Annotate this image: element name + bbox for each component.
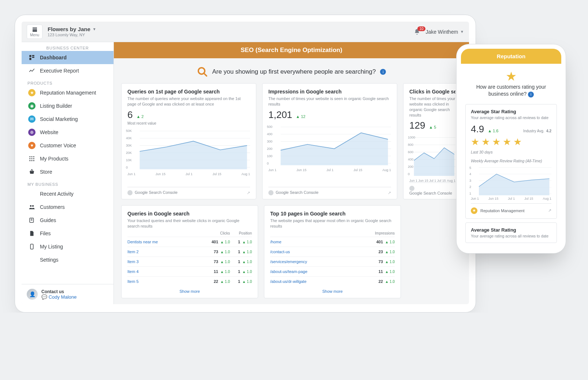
business-selector[interactable]: Flowers by Jane▼ 123 Loomly Way, NY	[48, 26, 96, 37]
card-title: Top 10 pages in Google search	[270, 211, 395, 217]
open-icon[interactable]: ↗	[247, 191, 250, 195]
card-title: Average Star Rating	[471, 227, 551, 233]
sidebar-item-label: Reputation Management	[40, 90, 96, 96]
x-axis-labels: Jun 1Jun 15Jul 1Jul 15Aug 1	[127, 172, 250, 176]
menu-label: Menu	[30, 33, 39, 37]
notifications-button[interactable]: 10	[414, 29, 420, 35]
sidebar-item-recent-activity[interactable]: ⟳Recent Activity	[22, 187, 113, 200]
row-name: Item 3	[127, 259, 208, 264]
card-footer: Google Search Console↗	[127, 187, 250, 195]
info-icon[interactable]: i	[380, 69, 386, 75]
card-subtitle: The number of queries where your website…	[127, 96, 250, 107]
row-delta: ▲ 1.0	[383, 280, 395, 284]
card-footer: Google Search Console↗	[268, 187, 391, 195]
sidebar-item-my-listing[interactable]: My Listing	[22, 240, 113, 253]
sidebar-item-label: Customer Voice	[40, 143, 76, 148]
open-icon[interactable]: ↗	[548, 208, 551, 213]
page-headline: Are you showing up first everywhere peop…	[114, 58, 469, 83]
table-header: Impressions	[270, 229, 395, 237]
phone-icon	[28, 243, 36, 250]
row-name: Item 4	[127, 269, 208, 274]
sidebar: BUSINESS CENTER Dashboard Executive Repo…	[22, 42, 114, 304]
row-delta-2: ▲ 1.0	[240, 250, 252, 254]
table-row[interactable]: Item 2 73 ▲ 1.0 1▲ 1.0	[127, 247, 252, 257]
sidebar-item-label: My Products	[40, 156, 68, 162]
sidebar-item-settings[interactable]: ⚙Settings	[22, 253, 113, 266]
sidebar-item-label: Settings	[40, 257, 59, 263]
svg-point-4	[29, 156, 30, 157]
sidebar-item-label: Customers	[40, 204, 65, 210]
tablet-frame: Menu Flowers by Jane▼ 123 Loomly Way, NY…	[15, 15, 476, 313]
sidebar-item-executive-report[interactable]: Executive Report	[22, 64, 113, 77]
svg-rect-18	[30, 244, 33, 249]
sidebar-item-website[interactable]: ⊕Website	[22, 126, 113, 139]
sidebar-item-listing-builder[interactable]: ◉Listing Builder	[22, 99, 113, 112]
table-body: /home 401 ▲ 1.0 /contact-us 23 ▲ 1.0 /se…	[270, 237, 395, 286]
row-value: 22	[208, 279, 218, 284]
table-row[interactable]: /contact-us 23 ▲ 1.0	[270, 247, 395, 257]
info-icon[interactable]: i	[528, 92, 534, 97]
show-more-link[interactable]: Show more	[270, 286, 395, 294]
sidebar-item-customers[interactable]: Customers	[22, 200, 113, 214]
sidebar-item-reputation[interactable]: ★Reputation Management	[22, 86, 113, 99]
row-value: 73	[208, 259, 218, 264]
dashboard-icon	[28, 54, 36, 61]
row-delta: ▲ 1.0	[383, 260, 395, 264]
card-footer: ★ Reputation Management ↗	[471, 203, 551, 214]
contact-us[interactable]: 👤 Contact us 💬 Cody Malone	[22, 284, 113, 304]
topbar: Menu Flowers by Jane▼ 123 Loomly Way, NY…	[22, 22, 469, 42]
row-value: 401	[373, 240, 383, 244]
open-icon[interactable]: ↗	[388, 191, 391, 195]
sidebar-item-label: Listing Builder	[40, 103, 72, 109]
show-more-link[interactable]: Show more	[127, 286, 252, 294]
source-label: Reputation Management	[480, 209, 524, 213]
row-value-2: 1	[230, 279, 240, 284]
row-value: 11	[373, 269, 383, 274]
sidebar-item-label: Recent Activity	[40, 191, 74, 197]
metric-cards-row: Queries on 1st page of Google search The…	[114, 83, 469, 205]
sidebar-item-label: Website	[40, 129, 58, 135]
industry-avg-label: Industry Avg.	[523, 129, 544, 133]
phone-hero: ★ How are customers rating your business…	[461, 64, 561, 100]
people-icon	[28, 203, 36, 211]
svg-point-6	[33, 156, 34, 157]
table-row[interactable]: Item 4 11 ▲ 1.0 1▲ 1.0	[127, 266, 252, 276]
sidebar-item-my-products[interactable]: My Products	[22, 152, 113, 165]
avatar: 👤	[27, 289, 38, 300]
svg-point-9	[33, 158, 34, 159]
card-footer: Google Search Console	[409, 182, 455, 195]
sidebar-item-guides[interactable]: Guides	[22, 214, 113, 227]
sidebar-item-files[interactable]: Files	[22, 227, 113, 240]
table-row[interactable]: /about-us/team-page 11 ▲ 1.0	[270, 266, 395, 276]
table-body: Dentists near me 401 ▲ 1.0 1▲ 1.0 Item 2…	[127, 237, 252, 286]
source-label: Google Search Console	[276, 190, 319, 195]
page-banner: SEO (Search Engine Optimization)	[114, 42, 469, 58]
table-row[interactable]: Item 5 22 ▲ 1.0 1▲ 1.0	[127, 276, 252, 286]
svg-line-20	[204, 73, 206, 76]
table-row[interactable]: /about-us/dr-willgate 22 ▲ 1.0	[270, 276, 395, 286]
table-row[interactable]: Item 3 73 ▲ 1.0 1▲ 1.0	[127, 257, 252, 266]
card-subtitle: The number of times your website is seen…	[268, 96, 391, 107]
row-delta: ▲ 1.0	[383, 270, 395, 274]
row-delta-2: ▲ 1.0	[240, 240, 252, 244]
trend-icon	[28, 67, 36, 74]
headline-text: Are you showing up first everywhere peop…	[212, 68, 376, 75]
source-label: Google Search Console	[135, 190, 178, 195]
sidebar-item-social-marketing[interactable]: ✉Social Marketing	[22, 112, 113, 126]
sidebar-item-store[interactable]: Store	[22, 165, 113, 178]
row-delta-2: ▲ 1.0	[240, 260, 252, 264]
svg-point-8	[31, 158, 33, 159]
table-row[interactable]: /services/emergency 73 ▲ 1.0	[270, 257, 395, 266]
mini-chart: 10008006004002000	[409, 136, 455, 176]
card-queries-table: Queries in Google search Your tracked qu…	[121, 205, 258, 298]
sidebar-item-customer-voice[interactable]: ♥Customer Voice	[22, 139, 113, 152]
menu-button[interactable]: Menu	[27, 25, 42, 39]
table-row[interactable]: Dentists near me 401 ▲ 1.0 1▲ 1.0	[127, 237, 252, 247]
user-menu[interactable]: Jake Winthem ▼	[425, 29, 464, 35]
sidebar-section-mybusiness: MY BUSINESS	[22, 178, 113, 187]
svg-point-12	[33, 160, 34, 161]
screen: Menu Flowers by Jane▼ 123 Loomly Way, NY…	[22, 22, 469, 304]
table-row[interactable]: /home 401 ▲ 1.0	[270, 237, 395, 247]
sidebar-item-dashboard[interactable]: Dashboard	[22, 51, 113, 64]
business-name: Flowers by Jane	[48, 26, 90, 33]
